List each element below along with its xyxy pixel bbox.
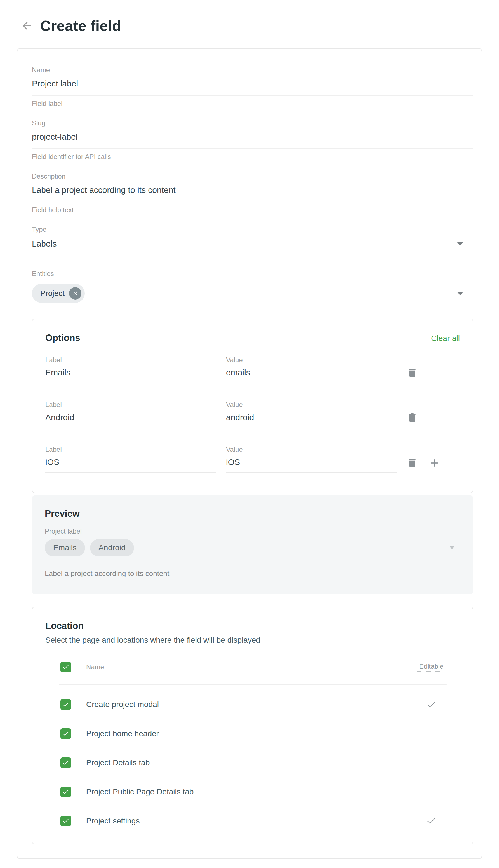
editable-check-icon: [426, 699, 437, 710]
name-helper: Field label: [32, 100, 473, 107]
option-value-input[interactable]: [226, 456, 397, 473]
slug-input[interactable]: [32, 131, 473, 149]
location-row-name: Project home header: [86, 729, 417, 738]
location-row: Project Details tab: [60, 753, 445, 773]
option-value-header: Value: [226, 445, 397, 453]
option-value-header: Value: [226, 356, 397, 364]
location-row: Create project modal: [60, 694, 445, 715]
name-label: Name: [32, 66, 473, 74]
row-checkbox[interactable]: [60, 758, 71, 768]
option-label-header: Label: [45, 401, 217, 409]
location-row: Project home header: [60, 724, 445, 744]
remove-chip-button[interactable]: [69, 287, 81, 299]
caret-down-icon: [450, 546, 454, 549]
option-value-cell: Value: [226, 356, 397, 383]
check-icon: [62, 817, 69, 824]
entity-chip-project[interactable]: Project: [32, 284, 85, 303]
trash-icon: [407, 367, 418, 378]
description-helper: Field help text: [32, 206, 473, 214]
option-label-header: Label: [45, 445, 217, 453]
create-field-card: Name Field label Slug Field identifier f…: [17, 48, 482, 859]
field-group-name: Name Field label: [32, 66, 473, 107]
description-label: Description: [32, 173, 473, 180]
options-section: Options Clear all Label Value: [32, 319, 473, 493]
preview-section: Preview Project label Emails Android Lab…: [32, 496, 473, 594]
location-row-name: Project settings: [86, 817, 417, 825]
row-checkbox[interactable]: [60, 728, 71, 739]
delete-option-button[interactable]: [407, 412, 418, 423]
field-group-type: Type Labels: [32, 226, 473, 255]
check-icon: [62, 701, 69, 708]
preview-chip: Android: [90, 539, 134, 557]
clear-all-link[interactable]: Clear all: [431, 334, 460, 343]
field-group-description: Description Field help text: [32, 173, 473, 214]
location-title: Location: [45, 620, 460, 631]
slug-label: Slug: [32, 119, 473, 127]
check-icon: [62, 759, 69, 766]
option-label-cell: Label: [45, 445, 217, 473]
option-label-cell: Label: [45, 356, 217, 383]
location-table: Name Editable Create project modal: [45, 657, 460, 831]
location-table-header: Name Editable: [60, 657, 445, 677]
options-title: Options: [45, 333, 80, 343]
field-group-slug: Slug Field identifier for API calls: [32, 119, 473, 160]
row-checkbox[interactable]: [60, 699, 71, 710]
option-value-header: Value: [226, 401, 397, 409]
type-label: Type: [32, 226, 473, 234]
check-icon: [62, 788, 69, 796]
option-label-input[interactable]: [45, 456, 217, 473]
option-label-input[interactable]: [45, 412, 217, 428]
location-section: Location Select the page and locations w…: [32, 607, 473, 844]
caret-down-icon: [457, 242, 463, 246]
location-row-name: Project Public Page Details tab: [86, 787, 417, 796]
plus-icon: [428, 457, 441, 469]
add-option-button[interactable]: [428, 457, 441, 469]
arrow-left-icon: [21, 20, 33, 32]
delete-option-button[interactable]: [407, 367, 418, 378]
check-icon: [62, 730, 69, 737]
option-label-cell: Label: [45, 401, 217, 428]
option-row: Label Value: [45, 401, 460, 428]
editable-check-icon: [426, 816, 437, 827]
option-value-input[interactable]: [226, 367, 397, 383]
option-value-input[interactable]: [226, 412, 397, 428]
row-checkbox[interactable]: [60, 786, 71, 797]
location-row-name: Create project modal: [86, 700, 417, 709]
type-select-value: Labels: [32, 239, 57, 249]
row-checkbox[interactable]: [60, 816, 71, 826]
option-value-cell: Value: [226, 445, 397, 473]
location-row-name: Project Details tab: [86, 758, 417, 767]
back-button[interactable]: [20, 19, 34, 33]
description-input[interactable]: [32, 184, 473, 202]
check-icon: [62, 663, 69, 671]
x-icon: [72, 290, 78, 296]
preview-helper: Label a project according to its content: [45, 569, 460, 578]
entities-select[interactable]: Project: [32, 282, 473, 308]
location-subtitle: Select the page and locations where the …: [45, 636, 460, 645]
preview-title: Preview: [45, 508, 460, 519]
select-all-checkbox[interactable]: [60, 662, 71, 672]
trash-icon: [407, 457, 418, 468]
option-label-header: Label: [45, 356, 217, 364]
name-input[interactable]: [32, 78, 473, 96]
trash-icon: [407, 412, 418, 423]
preview-select[interactable]: Emails Android: [45, 539, 460, 563]
column-header-name: Name: [86, 663, 417, 671]
entities-label: Entities: [32, 270, 473, 278]
option-row: Label Value: [45, 445, 460, 473]
option-value-cell: Value: [226, 401, 397, 428]
page-header: Create field: [0, 17, 499, 34]
field-group-entities: Entities Project: [32, 270, 473, 308]
preview-field-label: Project label: [45, 527, 460, 535]
location-row: Project Public Page Details tab: [60, 782, 445, 802]
type-select[interactable]: Labels: [32, 237, 473, 255]
delete-option-button[interactable]: [407, 457, 418, 468]
location-row: Project settings: [60, 811, 445, 831]
entity-chip-label: Project: [40, 289, 65, 298]
preview-chip: Emails: [45, 539, 85, 557]
option-label-input[interactable]: [45, 367, 217, 383]
table-divider: [59, 685, 447, 686]
column-header-editable: Editable: [417, 663, 445, 671]
slug-helper: Field identifier for API calls: [32, 153, 473, 160]
page-title: Create field: [40, 17, 121, 34]
